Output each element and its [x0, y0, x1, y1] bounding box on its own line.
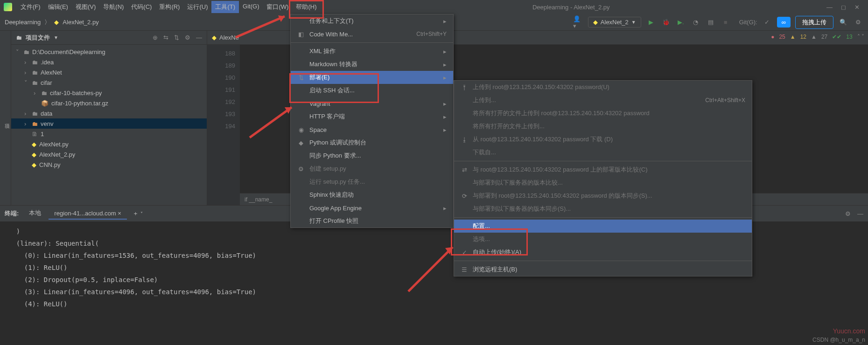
gear-icon[interactable]: ⚙ [185, 34, 190, 41]
breadcrumb-file[interactable]: AlexNet_2.py [63, 19, 98, 26]
menu-item[interactable]: Vagrant▸ [291, 97, 453, 110]
menu-item[interactable]: Google App Engine▸ [291, 201, 453, 214]
tools-menu[interactable]: 任务和上下文(T)▸◧Code With Me...Ctrl+Shift+YXM… [290, 14, 454, 228]
typo-count: 13 [846, 34, 852, 40]
menu-item-label: 部署(E) [309, 73, 329, 82]
submenu-arrow-icon: ▸ [443, 205, 447, 212]
submenu-arrow-icon: ▸ [443, 100, 447, 107]
titlebar: 文件(F)编辑(E)视图(V)导航(N)代码(C)重构(R)运行(U)工具(T)… [0, 0, 868, 14]
terminal-tab-local[interactable]: 本地 [23, 207, 47, 220]
tree-item[interactable]: ◆AlexNet_2.py [11, 149, 207, 159]
menu-item-label: 同步 Python 要求... [309, 152, 361, 160]
tree-item[interactable]: ›🖿.idea [11, 57, 207, 67]
tree-item-label: D:\Document\Deeplearning [32, 48, 105, 55]
tree-item[interactable]: 📦cifar-10-python.tar.gz [11, 98, 207, 108]
menu-separator [454, 161, 752, 161]
inspection-status[interactable]: ●25 ▲12 ▲27 ✔✔13 ˄ ˅ [771, 34, 864, 40]
hide-icon[interactable]: — [196, 34, 202, 41]
terminal-tab-remote[interactable]: region-41...acloud.com × [49, 208, 126, 220]
tree-item[interactable]: ›🖿data [11, 108, 207, 118]
menubar-item[interactable]: 帮助(H) [292, 1, 320, 13]
expand-icon[interactable]: ⇆ [163, 34, 168, 41]
vcs-update-icon[interactable]: ✓ [762, 17, 772, 28]
menu-item[interactable]: 启动 SSH 会话... [291, 84, 453, 97]
inspection-chevron-icon[interactable]: ˄ ˅ [857, 34, 864, 40]
menu-item[interactable]: Markdown 转换器▸ [291, 58, 453, 71]
menubar-item[interactable]: 窗口(W) [263, 1, 292, 13]
maximize-icon[interactable]: ◻ [841, 4, 846, 11]
tab-close-icon[interactable]: × [118, 210, 121, 217]
add-tab-icon[interactable]: ＋ [133, 209, 139, 218]
tree-item[interactable]: ◆CNN.py [11, 159, 207, 170]
file-icon: ◆ [32, 161, 36, 168]
target-icon[interactable]: ⊕ [153, 34, 158, 41]
menu-item[interactable]: Sphinx 快速启动 [291, 188, 453, 201]
tree-item[interactable]: 🗎1 [11, 129, 207, 139]
tree-item[interactable]: ›🖿cifar-10-batches-py [11, 88, 207, 98]
collapse-icon[interactable]: ⇅ [174, 34, 179, 41]
terminal-tab-remote-label: region-41...acloud.com [54, 210, 116, 217]
close-icon[interactable]: ✕ [854, 4, 860, 11]
tree-item[interactable]: ›🖿AlexNet [11, 67, 207, 77]
menu-item[interactable]: 任务和上下文(T)▸ [291, 14, 453, 28]
add-user-icon[interactable]: 👤▾ [573, 17, 583, 28]
breadcrumb[interactable]: Deeplearning 〉 ◆ AlexNet_2.py [5, 18, 99, 27]
menubar-item[interactable]: 代码(C) [127, 1, 155, 13]
menu-item[interactable]: ☰浏览远程主机(B) [454, 263, 752, 276]
tree-item[interactable]: ›🖿venv [11, 118, 207, 129]
stop-icon[interactable]: ■ [721, 17, 731, 28]
left-tool-rail[interactable]: 项目 [0, 31, 11, 205]
line-number: 188 [207, 48, 235, 60]
menubar-item[interactable]: 运行(U) [183, 1, 211, 13]
chevron-icon: › [24, 110, 29, 117]
run-icon[interactable]: ▶ [646, 17, 656, 28]
menu-item[interactable]: XML 操作▸ [291, 45, 453, 58]
menu-item[interactable]: 同步 Python 要求... [291, 149, 453, 162]
file-icon: 🖿 [41, 90, 47, 97]
menu-item-label: 从 root@123.125.240.150:43202 password 下载… [473, 135, 613, 144]
tree-item-label: cifar [41, 79, 52, 86]
tree-item[interactable]: ˅🖿cifar [11, 77, 207, 88]
menu-item-icon: ⟳ [461, 193, 468, 200]
menu-item: ⭱上传到 root@123.125.240.150:43202 password… [454, 81, 752, 94]
menu-item[interactable]: ✓自动上传(始终)(A) [454, 246, 752, 259]
menu-item-label: 与部署到以下服务器的版本比较... [473, 179, 563, 187]
gear-icon[interactable]: ⚙ [853, 17, 863, 28]
run-config-selector[interactable]: ◆ AlexNet_2 ▼ [588, 17, 641, 28]
menubar-item[interactable]: 重构(R) [155, 1, 183, 13]
menu-item[interactable]: ◆Python 或调试控制台 [291, 136, 453, 149]
menubar-item[interactable]: 工具(T) [211, 1, 239, 13]
structure-breadcrumb-label: if __name_ [245, 196, 272, 203]
cloud-button[interactable]: ∞ [777, 17, 791, 28]
tab-dropdown-icon[interactable]: ˅ [140, 211, 143, 216]
menu-item: 运行 setup.py 任务... [291, 175, 453, 188]
menubar-item[interactable]: 视图(V) [72, 1, 99, 13]
menubar-item[interactable]: 文件(F) [17, 1, 44, 13]
menu-item[interactable]: 配置... [454, 220, 752, 233]
menu-item[interactable]: ⇅部署(E)▸ [291, 71, 453, 84]
menubar-item[interactable]: Git(G) [239, 1, 263, 13]
deploy-submenu[interactable]: ⭱上传到 root@123.125.240.150:43202 password… [454, 80, 752, 276]
menubar-item[interactable]: 导航(N) [99, 1, 127, 13]
tree-item[interactable]: ˅🖿D:\Document\Deeplearning [11, 47, 207, 57]
project-tree[interactable]: ˅🖿D:\Document\Deeplearning›🖿.idea›🖿AlexN… [11, 45, 207, 172]
coverage-icon[interactable]: ▶. [676, 17, 686, 28]
minimize-icon[interactable]: — [826, 4, 833, 11]
search-icon[interactable]: 🔍 [838, 17, 848, 28]
drag-upload-button[interactable]: 拖拽上传 [795, 16, 833, 29]
breadcrumb-project[interactable]: Deeplearning [5, 19, 41, 26]
debug-icon[interactable]: 🐞 [661, 17, 671, 28]
menu-item[interactable]: 打开 CProfile 快照 [291, 214, 453, 228]
terminal-hide-icon[interactable]: — [857, 210, 863, 217]
menu-item-icon: ◉ [297, 126, 305, 133]
tree-item-label: cifar-10-python.tar.gz [51, 100, 108, 107]
menu-item[interactable]: ◉Space▸ [291, 123, 453, 136]
menubar-item[interactable]: 编辑(E) [44, 1, 72, 13]
terminal-gear-icon[interactable]: ⚙ [845, 210, 851, 217]
menu-item[interactable]: HTTP 客户端▸ [291, 110, 453, 123]
concurrency-icon[interactable]: ▤ [706, 17, 716, 28]
chevron-down-icon[interactable]: ▼ [54, 35, 58, 40]
tree-item[interactable]: ◆AlexNet.py [11, 139, 207, 149]
profile-icon[interactable]: ◔ [691, 17, 701, 28]
menu-item[interactable]: ◧Code With Me...Ctrl+Shift+Y [291, 28, 453, 41]
